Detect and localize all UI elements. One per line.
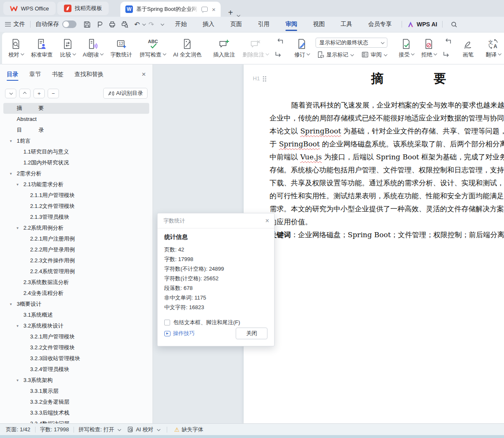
ai-read-button[interactable]: AI朗读 <box>79 33 107 64</box>
word-count-indicator[interactable]: 字数: 17998 <box>40 426 69 433</box>
next-comment-button[interactable] <box>275 50 284 59</box>
chat-icon[interactable] <box>201 7 208 12</box>
toc-expand-icon[interactable]: ▼ <box>16 375 19 386</box>
toc-item[interactable]: ▼ 2需求分析 <box>3 168 149 179</box>
review-pane-button[interactable]: 审阅 <box>360 50 388 59</box>
toc-expand-icon[interactable]: ▼ <box>9 136 13 147</box>
toc-item[interactable]: ▼ 目 录 <box>3 125 149 136</box>
toc-item[interactable]: ▼ 2.3系统数据流分析 <box>3 277 149 288</box>
toc-item[interactable]: ▼ 2.1.2文件管理模块 <box>3 201 149 212</box>
tab-wps-office[interactable]: WPS Office <box>3 2 56 15</box>
toc-item[interactable]: ▼ 3.3.4数据访问层 <box>3 418 149 423</box>
brush-button[interactable]: 画笔 <box>458 33 478 64</box>
hamburger-icon[interactable] <box>5 22 11 26</box>
save-button[interactable] <box>81 19 92 29</box>
ai-proofread-button[interactable]: AI 校对 <box>127 426 160 433</box>
file-menu[interactable]: 文件 <box>13 20 25 28</box>
ai-polish-button[interactable]: AI 全文润色 <box>169 33 205 64</box>
toc-item[interactable]: ▼ 3.2系统模块设计 <box>3 320 149 331</box>
menu-tab[interactable]: 插入 <box>202 18 215 31</box>
menu-tab[interactable]: 开始 <box>174 18 188 31</box>
toc-item[interactable]: ▼ 3.3系统架构 <box>3 375 149 386</box>
toc-item[interactable]: ▼ 2.4业务流程分析 <box>3 288 149 299</box>
close-tab-icon[interactable]: × <box>211 6 216 13</box>
next-change-button[interactable] <box>443 50 452 59</box>
missing-font-warning[interactable]: ⚠ 缺失字体 <box>174 426 204 433</box>
toc-item[interactable]: ▼ 2.1.3管理员模块 <box>3 212 149 223</box>
toc-item[interactable]: ▼ 3.2.4管理员模块 <box>3 364 149 375</box>
accept-button[interactable]: 接受 <box>395 33 417 64</box>
toc-item[interactable]: ▼ 摘 要 <box>3 103 149 114</box>
menu-tab[interactable]: 页面 <box>229 18 243 31</box>
previous-comment-button[interactable] <box>275 38 284 47</box>
toc-item[interactable]: ▼ 2.2系统用例分析 <box>3 223 149 233</box>
toc-item[interactable]: ▼ 2.2.1用户注册用例 <box>3 233 149 244</box>
tips-link[interactable]: ▶ 操作技巧 <box>164 330 195 337</box>
menu-tab[interactable]: 工具 <box>340 18 353 31</box>
include-footnotes-checkbox[interactable] <box>164 320 170 325</box>
delete-comment-button[interactable]: 删除批注 <box>239 33 272 64</box>
toc-item[interactable]: ▼ Abstract <box>3 114 149 125</box>
new-tab-button[interactable]: + <box>228 8 233 17</box>
toc-expand-icon[interactable]: ▼ <box>16 321 19 332</box>
toc-item[interactable]: ▼ 1.2国内外研究状况 <box>3 157 149 168</box>
previous-change-button[interactable] <box>443 38 452 47</box>
toc-expand-icon[interactable]: ▼ <box>16 179 19 190</box>
redo-button[interactable]: ↷ <box>146 19 157 29</box>
sidebar-tab[interactable]: 查找和替换 <box>74 71 104 81</box>
zoom-in-button[interactable]: + <box>33 89 45 98</box>
toc-expand-icon[interactable]: ▼ <box>9 169 13 179</box>
undo-button[interactable]: ↶ <box>132 19 143 29</box>
toc-item[interactable]: ▼ 3.3.2业务逻辑层 <box>3 397 149 407</box>
compare-button[interactable]: 比较 <box>56 33 79 64</box>
undo-chevron-icon[interactable] <box>142 22 145 26</box>
toc-item[interactable]: ▼ 3概要设计 <box>3 299 149 310</box>
print-button[interactable] <box>107 19 117 29</box>
toc-item[interactable]: ▼ 3.2.2文件管理模块 <box>3 342 149 353</box>
export-pdf-button[interactable] <box>94 19 105 29</box>
track-changes-button[interactable]: 修订 <box>290 33 313 64</box>
sidebar-tab[interactable]: 目录 <box>7 71 18 81</box>
sidebar-tab[interactable]: 章节 <box>29 71 41 81</box>
tab-template[interactable]: 找稻壳模板 <box>57 2 109 15</box>
print-preview-button[interactable] <box>119 19 130 29</box>
toc-item[interactable]: ▼ 3.2.1用户管理模块 <box>3 331 149 342</box>
toc-item[interactable]: ▼ 3.2.3回收站管理模块 <box>3 353 149 364</box>
sidebar-close-icon[interactable]: × <box>142 70 146 81</box>
dialog-close-button[interactable]: 关闭 <box>236 328 267 339</box>
collapse-all-button[interactable] <box>5 89 16 98</box>
toc-item[interactable]: ▼ 3.1系统概述 <box>3 310 149 320</box>
toc-item[interactable]: ▼ 3.3.3后端技术栈 <box>3 407 149 418</box>
proofread-button[interactable]: 校对 <box>5 33 27 64</box>
translate-button[interactable]: 文A 翻译 <box>482 33 504 64</box>
standard-review-button[interactable]: 标准审查 <box>27 33 56 64</box>
autosave-toggle[interactable] <box>62 20 76 28</box>
toc-expand-icon[interactable]: ▼ <box>9 299 13 310</box>
quick-access-chevron-icon[interactable] <box>160 22 164 26</box>
expand-all-button[interactable] <box>19 89 31 98</box>
markup-state-dropdown[interactable]: 显示标记的最终状态 <box>316 38 387 48</box>
spellcheck-status[interactable]: 拼写检查: 打开 <box>79 426 120 433</box>
ai-detect-toc-button[interactable]: AI识别目录 <box>103 88 148 99</box>
tab-document-active[interactable]: W 基于Spring Boot的企业网盘 × <box>120 2 221 17</box>
menu-tab[interactable]: 审阅 <box>285 18 298 31</box>
dialog-close-icon[interactable]: × <box>265 217 269 225</box>
show-markup-button[interactable]: 显示标记 <box>316 50 355 59</box>
toc-item[interactable]: ▼ 2.2.3文件操作用例 <box>3 255 149 266</box>
wps-ai-button[interactable]: WPS AI <box>407 21 437 28</box>
document-page[interactable]: H1 摘 要 随着资讯科技的飞速发展，企业对档案的安全与效率的要求也越来越高。企… <box>244 64 504 423</box>
toc-item[interactable]: ▼ 1前言 <box>3 136 149 146</box>
zoom-out-button[interactable]: − <box>48 89 59 98</box>
sidebar-tab[interactable]: 书签 <box>52 71 64 81</box>
toc-item[interactable]: ▼ 1.1研究目的与意义 <box>3 146 149 157</box>
reject-button[interactable]: 拒绝 <box>417 33 440 64</box>
insert-comment-button[interactable]: 插入批注 <box>209 33 239 64</box>
spell-check-button[interactable]: ABC 拼写检查 <box>136 33 169 64</box>
menu-tab[interactable]: 视图 <box>312 18 326 31</box>
toc-item[interactable]: ▼ 2.1.1用户管理模块 <box>3 190 149 201</box>
word-count-button[interactable]: 12 字数统计 <box>107 33 136 64</box>
menu-tab[interactable]: 引用 <box>257 18 270 31</box>
toc-expand-icon[interactable]: ▼ <box>16 223 19 234</box>
toc-item[interactable]: ▼ 3.3.1展示层 <box>3 386 149 397</box>
menu-tab[interactable]: 会员专享 <box>367 18 392 31</box>
